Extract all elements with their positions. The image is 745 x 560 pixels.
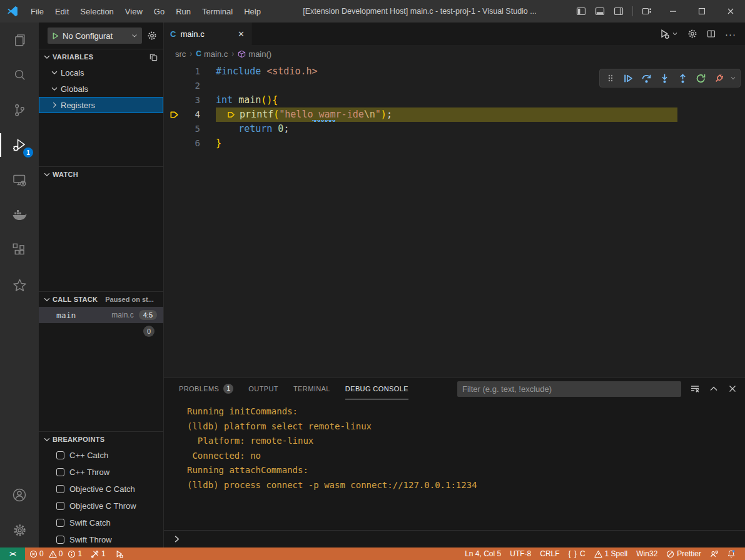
tab-main-c[interactable]: C main.c ✕ — [164, 22, 251, 45]
stack-frame-row[interactable]: main main.c 4:5 — [39, 307, 163, 323]
copy-icon[interactable] — [149, 52, 158, 62]
spell-checker-status[interactable]: 1 Spell — [590, 548, 632, 560]
breakpoint-checkbox[interactable] — [56, 502, 64, 510]
panel-tab-terminal[interactable]: TERMINAL — [293, 378, 330, 399]
tools-status[interactable]: 1 — [86, 548, 110, 560]
menu-go[interactable]: Go — [148, 0, 170, 22]
notifications-bell[interactable] — [722, 548, 740, 560]
clear-console-icon[interactable] — [690, 384, 700, 394]
breadcrumb-file[interactable]: main.c — [204, 49, 228, 59]
breadcrumb-folder[interactable]: src — [175, 49, 186, 59]
console-filter-input[interactable] — [457, 381, 681, 397]
variables-header[interactable]: VARIABLES — [39, 49, 163, 64]
close-panel-icon[interactable] — [727, 384, 737, 394]
disconnect-button[interactable] — [711, 71, 726, 86]
tools-count: 1 — [101, 549, 106, 558]
step-over-button[interactable] — [639, 71, 654, 86]
debug-sidebar: No Configurat VARIABLES Locals — [39, 22, 164, 548]
extensions-icon[interactable] — [0, 232, 39, 268]
split-editor-icon[interactable] — [706, 29, 716, 39]
docker-icon[interactable] — [0, 198, 39, 232]
feedback-status[interactable] — [706, 548, 722, 560]
menu-run[interactable]: Run — [170, 0, 196, 22]
gear-icon[interactable] — [687, 29, 697, 39]
problems-status[interactable]: 0 0 1 — [25, 549, 86, 558]
search-icon[interactable] — [0, 58, 39, 92]
minimize-button[interactable] — [659, 0, 687, 22]
variables-scope-registers[interactable]: Registers — [39, 97, 163, 113]
menu-help[interactable]: Help — [238, 0, 266, 22]
account-icon[interactable] — [0, 478, 39, 512]
breadcrumb-symbol[interactable]: main() — [248, 49, 271, 59]
explorer-icon[interactable] — [0, 22, 39, 58]
prettier-status[interactable]: Prettier — [662, 548, 706, 560]
code-line-5[interactable]: 5 return 0; — [164, 122, 745, 136]
debug-status[interactable] — [110, 548, 128, 560]
code-editor[interactable]: 1#include <stdio.h>23int main(){4 printf… — [164, 62, 745, 378]
panel-tab-problems[interactable]: PROBLEMS1 — [179, 378, 233, 399]
source-control-icon[interactable] — [0, 92, 39, 128]
layout-sidebar-left-icon[interactable] — [573, 3, 589, 19]
breadcrumb[interactable]: src › C main.c › main() — [164, 45, 745, 62]
menu-file[interactable]: File — [25, 0, 49, 22]
layout-sidebar-right-icon[interactable] — [611, 3, 627, 19]
language-mode[interactable]: { } C — [564, 548, 590, 560]
code-line-4[interactable]: 4 printf("hello wamr-ide\n"); — [164, 108, 745, 122]
variables-scope-globals[interactable]: Globals — [39, 81, 163, 97]
cursor-position[interactable]: Ln 4, Col 5 — [460, 548, 505, 560]
continue-button[interactable] — [621, 71, 636, 86]
breakpoint-row[interactable]: Objective C Throw — [39, 498, 163, 514]
customize-layout-icon[interactable] — [639, 3, 655, 19]
run-or-debug-button[interactable] — [659, 28, 679, 39]
scope-label: Registers — [61, 101, 95, 110]
debug-console-output[interactable]: Running initCommands:(lldb) platform sel… — [164, 399, 745, 530]
menu-edit[interactable]: Edit — [49, 0, 74, 22]
breakpoint-row[interactable]: C++ Throw — [39, 464, 163, 481]
debug-config-dropdown[interactable]: No Configurat — [48, 28, 142, 44]
remote-indicator[interactable]: >< — [0, 548, 25, 560]
breakpoint-row[interactable]: Objective C Catch — [39, 481, 163, 498]
variables-scope-locals[interactable]: Locals — [39, 64, 163, 81]
tab-close-icon[interactable]: ✕ — [238, 29, 245, 39]
code-line-6[interactable]: 6} — [164, 136, 745, 151]
breakpoint-row[interactable]: C++ Catch — [39, 447, 163, 464]
encoding-indicator[interactable]: UTF-8 — [505, 548, 535, 560]
step-into-button[interactable] — [657, 71, 672, 86]
panel-tab-debug-console[interactable]: DEBUG CONSOLE — [345, 378, 408, 399]
debug-console-input[interactable] — [164, 530, 745, 548]
gripper-icon[interactable] — [603, 71, 618, 86]
stack-extra-row: 0 — [39, 323, 163, 339]
maximize-panel-icon[interactable] — [709, 384, 719, 394]
menu-selection[interactable]: Selection — [74, 0, 119, 22]
breakpoint-checkbox[interactable] — [56, 536, 64, 544]
menu-terminal[interactable]: Terminal — [196, 0, 238, 22]
chevron-down-icon[interactable] — [729, 74, 737, 82]
watch-header[interactable]: WATCH — [39, 167, 163, 182]
run-and-debug-icon[interactable]: 1 — [0, 128, 39, 162]
panel-tab-output[interactable]: OUTPUT — [248, 378, 278, 399]
breakpoint-checkbox[interactable] — [56, 519, 64, 527]
start-debug-icon[interactable] — [51, 32, 59, 40]
close-button[interactable] — [716, 0, 745, 22]
breakpoint-row[interactable]: Swift Throw — [39, 531, 163, 548]
debug-settings-gear-icon[interactable] — [147, 31, 157, 41]
more-actions-icon[interactable]: ··· — [725, 29, 736, 39]
step-out-button[interactable] — [675, 71, 690, 86]
platform-indicator[interactable]: Win32 — [632, 548, 662, 560]
settings-gear-icon[interactable] — [0, 512, 39, 548]
maximize-button[interactable] — [687, 0, 716, 22]
breakpoint-row[interactable]: Swift Catch — [39, 514, 163, 531]
breakpoint-checkbox[interactable] — [56, 485, 64, 493]
remote-explorer-icon[interactable] — [0, 162, 39, 198]
menu-view[interactable]: View — [119, 0, 148, 22]
restart-button[interactable] — [693, 71, 708, 86]
layout-panel-icon[interactable] — [592, 3, 608, 19]
breakpoints-header[interactable]: BREAKPOINTS — [39, 432, 163, 447]
breakpoint-checkbox[interactable] — [56, 451, 64, 459]
call-stack-header[interactable]: CALL STACK Paused on st... — [39, 292, 163, 307]
chevron-down-icon — [671, 30, 679, 38]
breakpoint-checkbox[interactable] — [56, 468, 64, 476]
eol-indicator[interactable]: CRLF — [535, 548, 564, 560]
code-line-3[interactable]: 3int main(){ — [164, 93, 745, 108]
star-icon[interactable] — [0, 268, 39, 302]
